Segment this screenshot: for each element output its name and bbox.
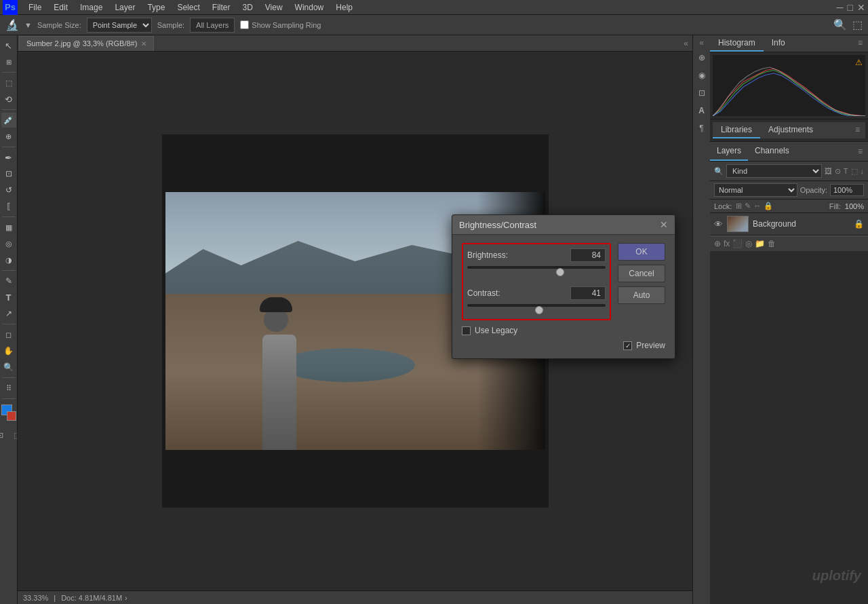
tab-libraries[interactable]: Libraries: [713, 122, 760, 138]
document-tab[interactable]: Sumber 2.jpg @ 33,3% (RGB/8#) ✕: [19, 36, 154, 51]
tab-close-icon[interactable]: ✕: [141, 40, 146, 48]
menu-layer[interactable]: Layer: [109, 1, 140, 14]
status-arrow[interactable]: ›: [125, 594, 127, 602]
history-brush-tool[interactable]: ↺: [1, 183, 16, 197]
window-minimize-button[interactable]: ─: [837, 2, 844, 13]
zoom-tool[interactable]: 🔍: [1, 360, 16, 375]
window-close-button[interactable]: ✕: [857, 2, 865, 13]
blur-tool[interactable]: ◎: [1, 236, 16, 251]
background-color[interactable]: [7, 411, 16, 421]
window-maximize-button[interactable]: □: [848, 2, 853, 13]
layer-visibility-icon[interactable]: 👁: [714, 219, 723, 229]
more-tools[interactable]: ⠿: [1, 381, 16, 396]
tab-channels[interactable]: Channels: [748, 142, 796, 161]
lock-position-icon[interactable]: ↔: [753, 202, 761, 210]
histogram-panel-menu[interactable]: ≡: [852, 35, 868, 52]
menu-image[interactable]: Image: [75, 1, 108, 14]
workspace-icon[interactable]: ⬚: [852, 18, 863, 31]
brightness-input[interactable]: [570, 248, 606, 262]
layers-filter-type-select[interactable]: Kind: [726, 164, 822, 178]
opacity-input[interactable]: [830, 184, 864, 196]
move-tool[interactable]: ↖: [1, 38, 16, 53]
tab-layers[interactable]: Layers: [710, 142, 748, 161]
tab-histogram[interactable]: Histogram: [710, 35, 764, 52]
eyedropper-tool[interactable]: 💉: [1, 113, 16, 128]
path-selection-tool[interactable]: ↗: [1, 306, 16, 321]
auto-button[interactable]: Auto: [618, 286, 665, 304]
dodge-tool[interactable]: ◑: [1, 252, 16, 267]
cancel-button[interactable]: Cancel: [618, 265, 665, 282]
add-mask-icon[interactable]: ⬛: [732, 239, 743, 248]
preview-checkbox[interactable]: ✓: [623, 341, 632, 350]
search-icon[interactable]: 🔍: [833, 18, 847, 31]
menu-window[interactable]: Window: [290, 1, 330, 14]
contrast-slider[interactable]: [467, 304, 606, 315]
right-strip-adjust[interactable]: ◉: [694, 68, 709, 83]
add-adjustment-icon[interactable]: ◎: [745, 239, 752, 248]
menu-view[interactable]: View: [260, 1, 288, 14]
layer-background-row[interactable]: 👁 Background 🔒: [710, 213, 868, 235]
quick-mask-button[interactable]: ⊡: [0, 428, 8, 442]
fill-value: 100%: [845, 202, 864, 210]
right-strip-eyedropper[interactable]: ⊕: [694, 50, 709, 65]
menu-3d[interactable]: 3D: [237, 1, 258, 14]
pen-tool[interactable]: ✎: [1, 273, 16, 288]
show-sampling-ring-option[interactable]: Show Sampling Ring: [240, 20, 321, 29]
menu-select[interactable]: Select: [172, 1, 205, 14]
layers-filter-icons: 🖼 ⊙ T ⬚ ↓: [825, 167, 864, 176]
menu-filter[interactable]: Filter: [207, 1, 236, 14]
ok-button[interactable]: OK: [618, 243, 665, 261]
tab-adjustments[interactable]: Adjustments: [760, 122, 821, 138]
add-group-icon[interactable]: 📁: [755, 239, 765, 248]
gradient-tool[interactable]: ▦: [1, 220, 16, 235]
hand-tool[interactable]: ✋: [1, 343, 16, 358]
collapse-panel-button[interactable]: «: [699, 38, 704, 48]
menu-type[interactable]: Type: [142, 1, 170, 14]
filter-type-icon[interactable]: T: [844, 167, 848, 176]
contrast-row-top: Contrast:: [467, 286, 606, 300]
link-layers-icon[interactable]: ⊕: [714, 239, 721, 248]
panel-collapse-left[interactable]: «: [679, 39, 692, 48]
menu-edit[interactable]: Edit: [48, 1, 73, 14]
right-strip-mask[interactable]: ⊡: [694, 86, 709, 100]
rectangular-marquee-tool[interactable]: ⬚: [1, 75, 16, 90]
filter-adjustment-icon[interactable]: ⊙: [835, 167, 841, 176]
dialog-close-button[interactable]: ✕: [660, 219, 668, 230]
libraries-panel-menu[interactable]: ≡: [850, 122, 865, 138]
brush-tool[interactable]: ✒: [1, 150, 16, 165]
menu-help[interactable]: Help: [330, 1, 358, 14]
eraser-tool[interactable]: ⟦: [1, 199, 16, 214]
right-strip-type[interactable]: A: [694, 103, 709, 118]
use-legacy-checkbox[interactable]: [462, 326, 471, 335]
dialog-title-bar[interactable]: Brightness/Contrast ✕: [452, 215, 675, 235]
lasso-tool[interactable]: ⟲: [1, 92, 16, 107]
tab-info[interactable]: Info: [764, 35, 793, 52]
delete-layer-icon[interactable]: 🗑: [768, 239, 776, 248]
contrast-row: Contrast:: [467, 286, 606, 315]
image-canvas[interactable]: Brightness/Contrast ✕ Brightness: [18, 52, 692, 590]
contrast-input[interactable]: [570, 286, 606, 300]
lock-transparent-icon[interactable]: ⊞: [736, 202, 742, 210]
lock-all-icon[interactable]: 🔒: [764, 202, 773, 210]
filter-pixel-icon[interactable]: 🖼: [825, 167, 832, 176]
sample-size-select[interactable]: Point Sample: [87, 18, 152, 33]
lock-pixels-icon[interactable]: ✎: [745, 202, 751, 210]
show-sampling-ring-checkbox[interactable]: [240, 20, 249, 29]
right-strip-paragraph[interactable]: ¶: [694, 121, 709, 136]
preview-row: ✓ Preview: [462, 341, 665, 350]
filter-smart-icon[interactable]: ↓: [861, 167, 865, 176]
brightness-thumb[interactable]: [556, 268, 564, 276]
shape-tool[interactable]: ◻: [1, 327, 16, 342]
filter-shape-icon[interactable]: ⬚: [851, 167, 858, 176]
artboard-tool[interactable]: ⊞: [1, 54, 16, 69]
menu-file[interactable]: File: [23, 1, 47, 14]
spot-healing-tool[interactable]: ⊕: [1, 129, 16, 144]
color-swatches[interactable]: [0, 404, 18, 423]
clone-stamp-tool[interactable]: ⊡: [1, 166, 16, 181]
contrast-thumb[interactable]: [535, 306, 543, 314]
add-style-icon[interactable]: fx: [724, 239, 730, 248]
text-tool[interactable]: T: [1, 290, 16, 305]
blend-mode-select[interactable]: Normal: [714, 183, 797, 197]
layers-panel-menu[interactable]: ≡: [852, 144, 868, 159]
brightness-slider[interactable]: [467, 266, 606, 277]
